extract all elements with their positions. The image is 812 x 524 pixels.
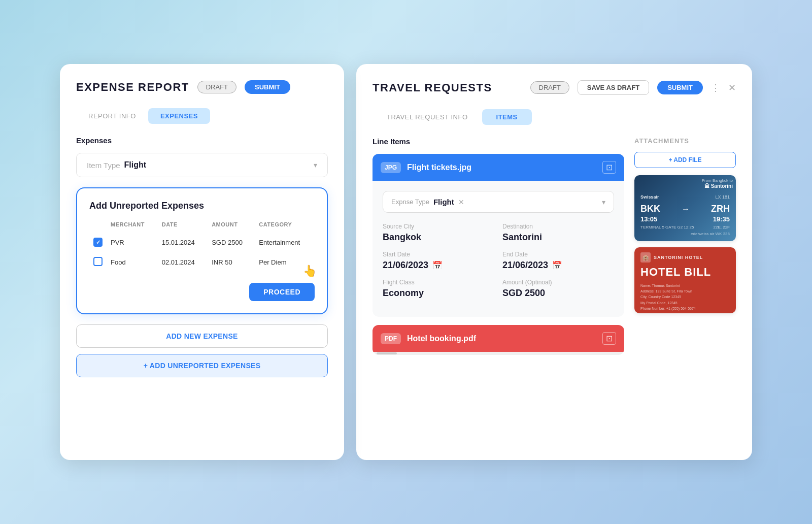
start-date-row: 21/06/2023 📅: [383, 260, 494, 271]
col-merchant: MERCHANT: [107, 221, 158, 233]
ticket-times: 13:05 19:35: [640, 215, 730, 223]
from-label: From Bangkok to: [702, 178, 733, 183]
hotel-info: Name: Thomas Santorini Address: 123 Suit…: [640, 283, 730, 311]
flight-number: LX 181: [715, 194, 730, 200]
line-items-label: Line Items: [373, 137, 624, 146]
flight-class-label: Flight Class: [383, 279, 494, 286]
clear-expense-type-icon[interactable]: ✕: [458, 198, 464, 206]
flight-file-delete-icon[interactable]: ⊡: [602, 161, 616, 174]
travel-draft-badge[interactable]: DRAFT: [530, 81, 569, 94]
add-file-button[interactable]: + ADD FILE: [634, 152, 736, 168]
hotel-header: 🏨 SANTORINI HOTEL: [640, 252, 730, 263]
destination-label: Destination: [502, 223, 614, 230]
pdf-badge: PDF: [381, 333, 401, 344]
scrollbar-area: [373, 352, 624, 355]
start-date-field: Start Date 21/06/2023 📅: [383, 251, 494, 271]
source-city-field: Source City Bangkok: [383, 223, 494, 243]
travel-requests-panel: TRAVEL REQUESTS DRAFT SAVE AS DRAFT SUBM…: [356, 64, 752, 460]
travel-title: TRAVEL REQUESTS: [373, 81, 522, 94]
source-city-label: Source City: [383, 223, 494, 230]
jpg-badge: JPG: [381, 162, 401, 173]
hotel-bill-title: HOTEL BILL: [640, 266, 730, 279]
route-arrow-icon: →: [682, 205, 690, 214]
hotel-file-delete-icon[interactable]: ⊡: [602, 332, 616, 345]
checkbox-cell[interactable]: [89, 233, 107, 252]
start-date-calendar-icon[interactable]: 📅: [432, 260, 443, 270]
expense-tab-bar: REPORT INFO EXPENSES: [76, 108, 328, 124]
end-date-row: 21/06/2023 📅: [502, 260, 614, 271]
hotel-name: SANTORINI HOTEL: [654, 255, 703, 260]
airline-row: Swissair LX 181: [640, 194, 730, 200]
item-type-value: Flight: [124, 160, 147, 170]
expense-table: MERCHANT DATE AMOUNT CATEGORY PVR 15.01.…: [89, 221, 315, 273]
proceed-row: PROCEED: [89, 283, 315, 301]
tab-expenses[interactable]: EXPENSES: [148, 108, 210, 124]
checkbox-cell[interactable]: [89, 252, 107, 273]
flight-class-field: Flight Class Economy: [383, 279, 494, 299]
dest-city: ZRH: [711, 204, 730, 214]
col-category: CATEGORY: [255, 221, 315, 233]
tab-items[interactable]: ITEMS: [482, 109, 532, 125]
hotel-file-name: Hotel booking.pdf: [407, 334, 596, 343]
travel-panel-header: TRAVEL REQUESTS DRAFT SAVE AS DRAFT SUBM…: [373, 80, 736, 95]
source-city-value: Bangkok: [383, 232, 494, 243]
checkbox-food[interactable]: [93, 257, 103, 266]
destination-field: Destination Santorini: [502, 223, 614, 243]
save-as-draft-button[interactable]: SAVE AS DRAFT: [578, 80, 649, 95]
main-content-area: Line Items JPG Flight tickets.jpg ⊡ Expn…: [373, 137, 736, 363]
end-date-calendar-icon[interactable]: 📅: [552, 260, 562, 270]
city-fields-row: Source City Bangkok Destination Santorin…: [383, 223, 614, 243]
date-fields-row: Start Date 21/06/2023 📅 End Date 21/06/2…: [383, 251, 614, 271]
attachments-title: ATTACHMENTS: [634, 137, 736, 145]
merchant-food: Food: [107, 252, 158, 273]
category-food: Per Diem: [255, 252, 315, 273]
close-icon[interactable]: ✕: [728, 82, 736, 93]
unreported-expenses-popup: Add Unreported Expenses MERCHANT DATE AM…: [76, 187, 328, 314]
col-date: DATE: [158, 221, 208, 233]
expense-type-arrow-icon: ▾: [602, 198, 605, 206]
checkbox-pvr[interactable]: [93, 238, 103, 247]
item-type-label: Item Type: [87, 161, 120, 170]
add-unreported-expenses-button[interactable]: + ADD UNREPORTED EXPENSES: [76, 354, 328, 377]
flight-file-card: JPG Flight tickets.jpg ⊡ Expnse Type Fli…: [373, 154, 624, 317]
expense-draft-badge[interactable]: DRAFT: [197, 81, 236, 93]
start-date-value: 21/06/2023: [383, 260, 428, 271]
hotel-bill-attachment[interactable]: 🏨 SANTORINI HOTEL HOTEL BILL Name: Thoma…: [634, 247, 736, 313]
travel-submit-button[interactable]: SUBMIT: [657, 81, 703, 94]
tab-travel-request-info[interactable]: TRAVEL REQUEST INFO: [373, 109, 482, 125]
end-date-field: End Date 21/06/2023 📅: [502, 251, 614, 271]
santorini-destination: 🏛 Santorini: [704, 183, 733, 189]
amount-field: Amount (Optinoal) SGD 2500: [502, 279, 614, 299]
item-type-row[interactable]: Item Type Flight ▾: [76, 153, 328, 177]
category-pvr: Entertainment: [255, 233, 315, 252]
class-amount-row: Flight Class Economy Amount (Optinoal) S…: [383, 279, 614, 299]
date-food: 02.01.2024: [158, 252, 208, 273]
expenses-section-label: Expenses: [76, 136, 328, 145]
ticket-route: BKK → ZRH: [640, 203, 730, 215]
hotel-file-card: PDF Hotel booking.pdf ⊡: [373, 325, 624, 355]
end-date-label: End Date: [502, 251, 614, 258]
table-row: PVR 15.01.2024 SGD 2500 Entertainment: [89, 233, 315, 252]
proceed-button[interactable]: PROCEED: [249, 283, 315, 301]
amount-value: SGD 2500: [502, 288, 614, 299]
add-new-expense-button[interactable]: ADD NEW EXPENSE: [76, 324, 328, 348]
expense-type-row: Expnse Type Flight ✕ ▾: [383, 191, 614, 213]
chevron-down-icon: ▾: [314, 161, 317, 169]
expense-type-select[interactable]: Expnse Type Flight ✕ ▾: [383, 191, 614, 213]
hotel-file-header: PDF Hotel booking.pdf ⊡: [373, 325, 624, 352]
amount-food: INR 50: [208, 252, 255, 273]
second-flight-info: edelweiss air WK 336: [640, 232, 730, 236]
expense-panel-header: EXPENSE REPORT DRAFT SUBMIT: [76, 80, 328, 94]
terminal-info: TERMINAL 5 GATE G2 12:25: [640, 225, 694, 230]
hotel-bill-visual: 🏨 SANTORINI HOTEL HOTEL BILL Name: Thoma…: [634, 247, 736, 313]
scrollbar-thumb[interactable]: [377, 352, 397, 354]
expense-type-label: Expnse Type: [391, 198, 429, 206]
tab-report-info[interactable]: REPORT INFO: [76, 108, 148, 124]
more-options-icon[interactable]: ⋮: [711, 82, 720, 93]
flight-ticket-attachment[interactable]: From Bangkok to 🏛 Santorini Swissair LX …: [634, 175, 736, 241]
hotel-icon: 🏨: [640, 252, 651, 263]
depart-time: 13:05: [640, 215, 657, 223]
expense-submit-button[interactable]: SUBMIT: [245, 80, 290, 94]
origin-city: BKK: [640, 204, 660, 214]
amount-pvr: SGD 2500: [208, 233, 255, 252]
